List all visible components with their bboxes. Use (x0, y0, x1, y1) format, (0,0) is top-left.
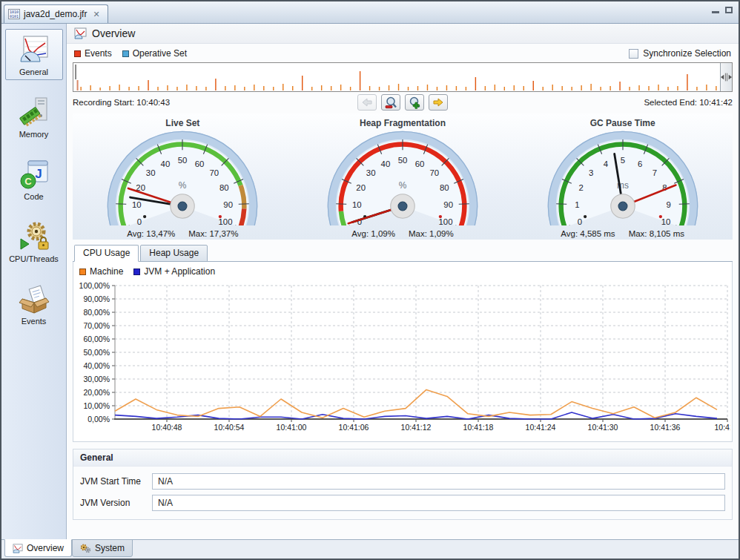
synchronize-selection-control: Synchronize Selection (629, 48, 731, 59)
maximize-icon[interactable] (725, 7, 733, 13)
x-tick-label: 10:41:4 (714, 423, 730, 432)
dial-tick-label: 9 (666, 200, 670, 209)
y-tick-label: 60,00% (83, 335, 110, 343)
tab-system[interactable]: System (72, 539, 133, 557)
jvm-version-label: JVM Version (80, 498, 152, 508)
minimize-icon[interactable] (712, 11, 719, 13)
svg-text:C: C (24, 176, 32, 187)
memory-chip-icon (18, 96, 50, 128)
tab-overview[interactable]: Overview (4, 539, 72, 557)
gauge-live-set: Live Set 0102030405060708090100% Avg: 13… (73, 116, 293, 238)
legend-machine: Machine (79, 266, 123, 277)
jvm-start-time-label: JVM Start Time (80, 476, 152, 487)
zoom-out-button[interactable] (381, 94, 400, 111)
legend-operative-set-label: Operative Set (133, 48, 187, 59)
sidebar-item-label: Events (6, 317, 62, 326)
gauge-gc-pause-time: GC Pause Time 012345678910ms Avg: 4,585 … (512, 116, 733, 238)
dial-tick-label: 7 (652, 168, 656, 177)
svg-text:J: J (35, 167, 42, 181)
sidebar-item-code[interactable]: J C Code (5, 154, 63, 205)
general-gauge-icon (18, 33, 50, 66)
pan-left-button[interactable] (357, 94, 377, 111)
back-arrow-icon (361, 97, 373, 108)
dial-tick-label: 40 (161, 159, 171, 168)
page-title: Overview (92, 27, 135, 39)
y-tick-label: 100,00% (79, 281, 110, 290)
events-box-icon (18, 283, 50, 315)
dial-tick-label: 60 (195, 159, 205, 168)
tab-overview-label: Overview (27, 543, 64, 553)
dial-tick-label: 30 (146, 168, 156, 177)
gauge-title: Live Set (73, 118, 293, 128)
event-timeline-strip[interactable] (73, 62, 733, 92)
general-section-title: General (73, 449, 732, 467)
dial-tick-label: 50 (178, 156, 188, 165)
dial-tick-label: 20 (356, 183, 366, 192)
sidebar: General Memory (1, 24, 67, 539)
dial-tick-label: 80 (440, 183, 449, 192)
system-gears-icon (80, 544, 91, 553)
cpu-threads-gear-icon (18, 220, 50, 253)
sidebar-item-label: Code (6, 192, 62, 201)
y-tick-label: 90,00% (83, 294, 110, 303)
gauge-title: GC Pause Time (512, 118, 733, 128)
tab-cpu-usage[interactable]: CPU Usage (74, 245, 139, 262)
synchronize-selection-label: Synchronize Selection (643, 48, 731, 59)
avg-marker-dot (584, 215, 587, 218)
tab-heap-usage[interactable]: Heap Usage (140, 245, 208, 262)
page-header: Overview (67, 24, 739, 44)
y-tick-label: 20,00% (83, 388, 110, 397)
selection-drag-handle[interactable] (720, 63, 732, 91)
operative-set-swatch-icon (122, 50, 129, 57)
synchronize-selection-checkbox[interactable] (629, 49, 638, 59)
max-marker-dot (658, 215, 661, 218)
dial-tick-label: 80 (219, 183, 229, 192)
machine-swatch-icon (79, 269, 86, 275)
dial-hub-center (618, 202, 627, 211)
sidebar-item-cpu-threads[interactable]: CPU/Threads (5, 216, 63, 267)
cpu-usage-panel: Machine JVM + Application 100,00%90,00%8… (73, 262, 733, 442)
editor-tab-java2d-demo[interactable]: 10100101 java2d_demo.jfr ✕ (4, 4, 108, 23)
dial-tick-label: 30 (366, 168, 376, 177)
gauge-avg-value: Avg: 4,585 ms (561, 229, 615, 238)
forward-arrow-icon (432, 97, 444, 108)
legend-machine-label: Machine (90, 266, 123, 277)
field-jvm-start-time: JVM Start Time N/A (80, 473, 725, 490)
close-tab-icon[interactable]: ✕ (93, 10, 99, 19)
binary-file-icon: 10100101 (8, 9, 20, 19)
dial-tick-label: 50 (398, 156, 408, 165)
sidebar-item-events[interactable]: Events (5, 278, 63, 329)
dial-tick-label: 90 (224, 200, 234, 209)
sidebar-item-memory[interactable]: Memory (5, 91, 63, 142)
dial-tick-label: 100 (219, 217, 233, 225)
dial-tick-label: 40 (381, 159, 391, 168)
gc-pause-time-dial: 012345678910ms (545, 129, 701, 225)
x-tick-label: 10:41:36 (650, 423, 681, 432)
gauges-row: Live Set 0102030405060708090100% Avg: 13… (73, 113, 733, 240)
gauge-max-value: Max: 1,09% (409, 229, 454, 238)
avg-marker-dot (143, 215, 146, 218)
dial-unit-label: % (399, 180, 407, 191)
y-tick-label: 80,00% (83, 308, 110, 317)
dial-tick-label: 1 (575, 200, 579, 209)
dial-tick-label: 6 (638, 159, 642, 168)
zoom-in-button[interactable] (405, 94, 424, 111)
y-tick-label: 0,00% (87, 415, 110, 424)
cpu-usage-chart[interactable]: 100,00%90,00%80,00%70,00%60,00%50,00%40,… (75, 278, 730, 440)
application-window: 10100101 java2d_demo.jfr ✕ General (0, 0, 740, 560)
view-controls (712, 6, 733, 13)
x-tick-label: 10:41:06 (339, 423, 369, 432)
selected-end-label: Selected End: 10:41:42 (448, 98, 733, 107)
jvm-start-time-value[interactable]: N/A (152, 473, 725, 490)
dial-tick-label: 2 (578, 183, 583, 192)
pan-right-button[interactable] (429, 94, 448, 111)
dial-hub-center (178, 202, 187, 211)
sidebar-item-general[interactable]: General (5, 29, 63, 80)
events-swatch-icon (74, 50, 81, 57)
dial-hub-center (398, 202, 407, 211)
tab-system-label: System (95, 543, 125, 553)
jvm-version-value[interactable]: N/A (152, 495, 725, 511)
dial-unit-label: % (179, 180, 187, 191)
legend-events-label: Events (85, 48, 112, 59)
y-tick-label: 70,00% (83, 321, 110, 330)
